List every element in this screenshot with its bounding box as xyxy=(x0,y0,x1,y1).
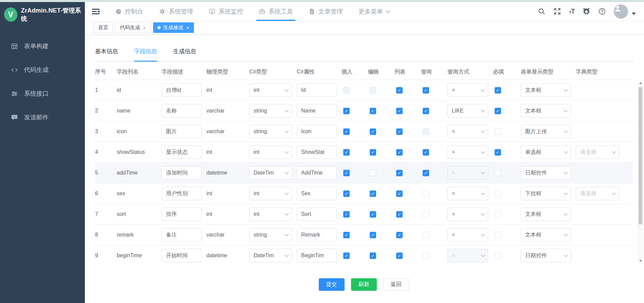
nav-item-system-monitor[interactable]: 系统监控 xyxy=(201,2,251,21)
field-description-input[interactable]: 备注 xyxy=(162,228,202,242)
query-checkbox[interactable] xyxy=(423,232,429,238)
avatar[interactable] xyxy=(614,4,628,19)
insert-checkbox[interactable] xyxy=(343,252,350,259)
list-checkbox[interactable] xyxy=(396,149,403,156)
cs-type-select[interactable]: string xyxy=(249,125,292,138)
field-description-input[interactable]: 添加时间 xyxy=(162,166,202,180)
insert-checkbox[interactable] xyxy=(343,190,350,197)
cs-property-input[interactable]: AddTime xyxy=(297,166,337,180)
required-checkbox[interactable] xyxy=(495,108,501,114)
edit-checkbox[interactable] xyxy=(370,128,376,135)
cs-property-input[interactable]: ShowStat xyxy=(297,145,337,159)
required-checkbox[interactable] xyxy=(495,211,501,218)
scroll-down-arrow-icon[interactable] xyxy=(638,258,643,264)
back-button[interactable]: 返回 xyxy=(383,278,409,291)
cs-property-input[interactable]: Remark xyxy=(297,228,337,242)
field-description-input[interactable]: 自增id xyxy=(162,83,202,97)
cs-property-input[interactable]: Sex xyxy=(297,187,337,200)
cs-type-select[interactable]: int xyxy=(249,187,292,200)
nav-item-article-manage[interactable]: 文章管理 xyxy=(301,2,351,21)
dict-type-select[interactable]: 请选择 xyxy=(576,145,619,159)
query-checkbox[interactable] xyxy=(423,252,429,259)
query-checkbox[interactable] xyxy=(423,149,429,156)
list-checkbox[interactable] xyxy=(396,232,403,238)
sidebar-item-form-builder[interactable]: 表单构建 xyxy=(0,34,85,58)
edit-checkbox[interactable] xyxy=(370,232,376,238)
field-description-input[interactable]: 名称 xyxy=(162,104,202,118)
query-mode-select[interactable]: = xyxy=(447,249,488,262)
fullscreen-icon[interactable] xyxy=(553,7,561,15)
query-checkbox[interactable] xyxy=(423,108,429,114)
insert-checkbox[interactable] xyxy=(343,87,350,94)
query-mode-select[interactable]: = xyxy=(447,187,488,200)
close-icon[interactable]: × xyxy=(186,25,189,31)
required-checkbox[interactable] xyxy=(495,87,501,94)
tab-basic-info[interactable]: 基本信息 xyxy=(95,47,118,61)
query-mode-select[interactable]: LIKE xyxy=(447,104,488,118)
list-checkbox[interactable] xyxy=(396,190,403,197)
list-checkbox[interactable] xyxy=(396,252,403,259)
required-checkbox[interactable] xyxy=(495,232,501,238)
tab-field-info[interactable]: 字段信息 xyxy=(134,47,157,61)
edit-checkbox[interactable] xyxy=(370,211,376,218)
cs-type-select[interactable]: DateTim xyxy=(249,166,292,180)
close-icon[interactable]: × xyxy=(143,25,146,31)
insert-checkbox[interactable] xyxy=(343,128,350,135)
query-checkbox[interactable] xyxy=(423,190,429,197)
list-checkbox[interactable] xyxy=(396,108,403,114)
edit-checkbox[interactable] xyxy=(370,108,376,114)
edit-checkbox[interactable] xyxy=(370,170,376,176)
query-checkbox[interactable] xyxy=(423,87,429,94)
query-mode-select[interactable]: = xyxy=(447,125,488,138)
query-mode-select[interactable]: = xyxy=(447,166,488,180)
avatar-caret-icon[interactable] xyxy=(632,13,636,15)
sidebar-collapse-icon[interactable] xyxy=(92,8,100,15)
cs-property-input[interactable]: Id xyxy=(297,83,337,97)
field-description-input[interactable]: 图片 xyxy=(162,125,202,138)
cs-property-input[interactable]: Icon xyxy=(297,125,337,138)
cs-type-select[interactable]: string xyxy=(249,228,292,242)
cs-type-select[interactable]: int xyxy=(249,207,292,221)
required-checkbox[interactable] xyxy=(495,149,501,156)
list-checkbox[interactable] xyxy=(396,170,403,176)
display-type-select[interactable]: 下拉框 xyxy=(521,187,571,200)
cs-type-select[interactable]: string xyxy=(249,104,292,118)
nav-item-more-menu[interactable]: 更多菜单 xyxy=(351,2,397,21)
field-description-input[interactable]: 显示状态 xyxy=(162,145,202,159)
insert-checkbox[interactable] xyxy=(343,211,350,218)
list-checkbox[interactable] xyxy=(396,211,403,218)
list-checkbox[interactable] xyxy=(396,87,403,94)
sidebar-item-code-generation[interactable]: 代码生成 xyxy=(0,58,85,82)
tag-code-generation[interactable]: 代码生成 × xyxy=(115,22,150,33)
edit-checkbox[interactable] xyxy=(370,149,376,156)
font-size-icon[interactable]: тT xyxy=(569,7,575,15)
submit-button[interactable]: 提交 xyxy=(319,278,345,291)
display-type-select[interactable]: 图片上传 xyxy=(521,125,571,138)
query-checkbox[interactable] xyxy=(423,211,429,218)
field-description-input[interactable]: 开始时间 xyxy=(162,249,202,262)
cs-type-select[interactable]: int xyxy=(249,83,292,97)
nav-item-system-manage[interactable]: 系统管理 xyxy=(151,2,201,21)
edit-checkbox[interactable] xyxy=(370,252,376,259)
query-mode-select[interactable]: = xyxy=(447,83,488,97)
display-type-select[interactable]: 日期控件 xyxy=(521,166,571,180)
display-type-select[interactable]: 文本框 xyxy=(521,83,571,97)
insert-checkbox[interactable] xyxy=(343,232,350,238)
table-scrollbar[interactable] xyxy=(638,80,643,264)
help-icon[interactable] xyxy=(598,7,606,15)
insert-checkbox[interactable] xyxy=(343,108,350,114)
insert-checkbox[interactable] xyxy=(343,170,350,176)
query-mode-select[interactable]: = xyxy=(447,145,488,159)
cs-type-select[interactable]: int xyxy=(249,145,292,159)
edit-checkbox[interactable] xyxy=(370,190,376,197)
refresh-button[interactable]: 刷新 xyxy=(351,278,377,291)
sidebar-item-system-api[interactable]: 系统接口 xyxy=(0,82,85,105)
field-description-input[interactable]: 排序 xyxy=(162,207,202,221)
field-description-input[interactable]: 用户性别 xyxy=(162,187,202,200)
dict-type-select[interactable]: 请选择 xyxy=(576,187,619,200)
display-type-select[interactable]: 文本框 xyxy=(521,104,571,118)
display-type-select[interactable]: 单选框 xyxy=(521,145,571,159)
query-checkbox[interactable] xyxy=(423,128,429,135)
tag-generate-edit[interactable]: 生成修改 × xyxy=(153,22,194,33)
display-type-select[interactable]: 文本框 xyxy=(521,207,571,221)
